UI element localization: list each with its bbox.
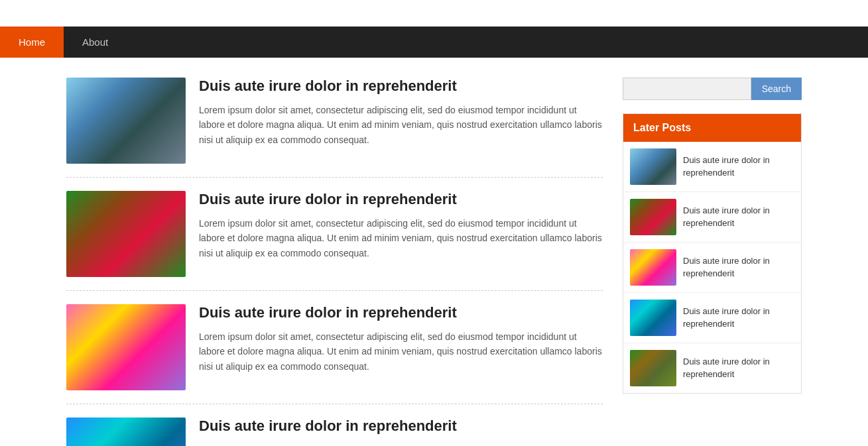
posts-area: Duis aute irure dolor in reprehenderitLo…: [66, 78, 623, 446]
sidebar-post-title[interactable]: Duis aute irure dolor in reprehenderit: [683, 255, 794, 279]
post-title[interactable]: Duis aute irure dolor in reprehenderit: [199, 418, 603, 435]
post-excerpt: Lorem ipsum dolor sit amet, consectetur …: [199, 329, 603, 374]
later-posts-section: Later Posts Duis aute irure dolor in rep…: [623, 113, 802, 394]
post-excerpt: Lorem ipsum dolor sit amet, consectetur …: [199, 216, 603, 260]
post-item: Duis aute irure dolor in reprehenderitLo…: [66, 178, 603, 291]
sidebar-post-title[interactable]: Duis aute irure dolor in reprehenderit: [683, 205, 794, 229]
sidebar-post-item: Duis aute irure dolor in reprehenderit: [623, 343, 801, 393]
post-content: Duis aute irure dolor in reprehenderitLo…: [199, 78, 603, 164]
sidebar-post-item: Duis aute irure dolor in reprehenderit: [623, 243, 801, 293]
sidebar-post-thumbnail: [630, 199, 676, 235]
sidebar: Search Later Posts Duis aute irure dolor…: [623, 78, 802, 446]
search-input[interactable]: [623, 78, 751, 100]
sidebar-post-thumbnail: [630, 249, 676, 286]
post-thumbnail: [66, 78, 186, 164]
search-box: Search: [623, 78, 802, 100]
sidebar-post-item: Duis aute irure dolor in reprehenderit: [623, 142, 801, 192]
main-layout: Duis aute irure dolor in reprehenderitLo…: [0, 58, 868, 446]
post-thumbnail: [66, 191, 186, 277]
sidebar-post-item: Duis aute irure dolor in reprehenderit: [623, 293, 801, 343]
post-item: Duis aute irure dolor in reprehenderitLo…: [66, 291, 603, 404]
post-content: Duis aute irure dolor in reprehenderitLo…: [199, 191, 603, 277]
sidebar-post-thumbnail: [630, 148, 676, 185]
sidebar-post-title[interactable]: Duis aute irure dolor in reprehenderit: [683, 154, 794, 178]
post-thumbnail: [66, 304, 186, 390]
nav-item-home[interactable]: Home: [0, 27, 64, 58]
sidebar-post-title[interactable]: Duis aute irure dolor in reprehenderit: [683, 356, 794, 380]
sidebar-post-thumbnail: [630, 350, 676, 386]
post-title[interactable]: Duis aute irure dolor in reprehenderit: [199, 78, 603, 95]
sidebar-post-thumbnail: [630, 300, 676, 336]
nav-bar: Home About: [0, 27, 868, 58]
post-item: Duis aute irure dolor in reprehenderitLo…: [66, 78, 603, 178]
post-title[interactable]: Duis aute irure dolor in reprehenderit: [199, 304, 603, 321]
post-excerpt: Lorem ipsum dolor sit amet, consectetur …: [199, 103, 603, 147]
post-content: Duis aute irure dolor in reprehenderit: [199, 418, 603, 446]
nav-item-about[interactable]: About: [64, 27, 127, 58]
sidebar-post-item: Duis aute irure dolor in reprehenderit: [623, 192, 801, 243]
post-title[interactable]: Duis aute irure dolor in reprehenderit: [199, 191, 603, 208]
post-thumbnail: [66, 418, 186, 446]
later-posts-header: Later Posts: [623, 114, 801, 142]
later-posts-list: Duis aute irure dolor in reprehenderitDu…: [623, 142, 801, 393]
post-content: Duis aute irure dolor in reprehenderitLo…: [199, 304, 603, 390]
post-item: Duis aute irure dolor in reprehenderit: [66, 404, 603, 446]
site-header: [0, 0, 868, 27]
sidebar-post-title[interactable]: Duis aute irure dolor in reprehenderit: [683, 306, 794, 329]
search-button[interactable]: Search: [751, 78, 802, 100]
